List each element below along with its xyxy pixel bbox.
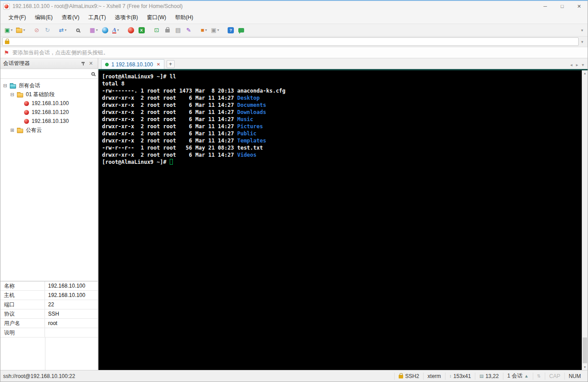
plus-toggle-icon[interactable]: ⊞ bbox=[10, 127, 15, 133]
new-session-button[interactable]: ▣▾ bbox=[3, 25, 14, 35]
tab-scroll-right-icon[interactable]: ▸ bbox=[576, 62, 578, 67]
virtual-keyboard-button-icon: ▤ bbox=[175, 27, 180, 33]
prop-name-row: 名称192.168.10.100 bbox=[0, 281, 98, 291]
menu-tools[interactable]: 工具(T) bbox=[84, 12, 110, 23]
terminal-text: drwxr-xr-x 2 root root 6 Mar 11 14:27 bbox=[102, 116, 237, 122]
status-session-count[interactable]: 1 会话▲ bbox=[503, 373, 533, 380]
window-controls: ─ □ ✕ bbox=[537, 1, 588, 12]
pin-glyph bbox=[81, 61, 85, 66]
terminal-text: Pictures bbox=[237, 123, 263, 130]
scroll-down-icon[interactable]: ▼ bbox=[582, 364, 588, 370]
tab-list-dropdown-icon[interactable]: ▾ bbox=[582, 62, 584, 67]
pin-icon[interactable] bbox=[79, 61, 87, 66]
prop-protocol-value[interactable]: SSH bbox=[45, 309, 98, 318]
highlight-pen-button[interactable]: ✎ bbox=[184, 25, 194, 35]
layout-dropdown[interactable]: ▦▾ bbox=[88, 25, 99, 35]
fullscreen-button[interactable]: ⊡ bbox=[152, 25, 162, 35]
terminal-text: -rw-------. 1 root root 1473 Mar 8 20:13… bbox=[102, 88, 286, 94]
address-dropdown-icon[interactable]: ▾ bbox=[579, 40, 586, 44]
tab-close-icon[interactable]: ✕ bbox=[155, 62, 160, 67]
terminal-scrollbar[interactable]: ▲ ▼ bbox=[582, 70, 588, 370]
quick-command-dropdown[interactable]: ■▾ bbox=[199, 25, 209, 35]
terminal-line: drwxr-xr-x 2 root root 6 Mar 11 14:27 Pu… bbox=[102, 130, 578, 137]
session-search-input[interactable] bbox=[3, 71, 90, 77]
status-encryption: SSH2 bbox=[394, 373, 423, 380]
open-sessions-button[interactable]: ▾ bbox=[15, 25, 26, 35]
tree-item-session-120[interactable]: 192.168.10.120 bbox=[0, 108, 98, 117]
session-icon bbox=[24, 119, 29, 124]
menu-view[interactable]: 查看(V) bbox=[57, 12, 84, 23]
terminal-text: Public bbox=[237, 130, 256, 137]
file-transfer-dropdown[interactable]: ⇄▾ bbox=[57, 25, 68, 35]
tab-label: 1 192.168.10.100 bbox=[111, 61, 153, 68]
minimize-button[interactable]: ─ bbox=[537, 1, 554, 12]
infobar: ⚑ 要添加当前会话，点击左侧的箭头按钮。 bbox=[0, 47, 588, 58]
lock-button[interactable] bbox=[163, 25, 172, 35]
menu-edit[interactable]: 编辑(E) bbox=[30, 12, 57, 23]
menu-help[interactable]: 帮助(H) bbox=[171, 12, 198, 23]
tree-item-folder-cloud[interactable]: ⊞公有云 bbox=[0, 126, 98, 134]
sessions-root-folder-icon bbox=[10, 84, 16, 89]
prop-name-value[interactable]: 192.168.10.100 bbox=[45, 281, 98, 290]
menu-window[interactable]: 窗口(W) bbox=[143, 12, 171, 23]
menubar: 文件(F)编辑(E)查看(V)工具(T)选项卡(B)窗口(W)帮助(H) bbox=[0, 12, 588, 24]
terminal-text: drwxr-xr-x 2 root root 6 Mar 11 14:27 bbox=[102, 95, 237, 101]
globe-button[interactable] bbox=[100, 25, 110, 35]
status-scroll-buttons-icon: ⇅ bbox=[537, 374, 541, 378]
new-session-button-icon: ▣ bbox=[4, 27, 10, 33]
tab-session-1[interactable]: 1 192.168.10.100 ✕ bbox=[101, 59, 164, 69]
feedback-button[interactable] bbox=[237, 25, 246, 35]
session-manager-panel: 会话管理器 ✕ ⊟所有会话⊟01 基础阶段192.168.10.100192.1… bbox=[0, 58, 98, 370]
status-cursor-position-label: 13,22 bbox=[486, 373, 499, 379]
search-icon[interactable] bbox=[91, 72, 95, 76]
disconnect-button[interactable]: ⊘ bbox=[32, 25, 41, 35]
new-tab-button[interactable]: + bbox=[167, 60, 175, 68]
xshell-button[interactable] bbox=[126, 25, 136, 35]
minus-toggle-icon[interactable]: ⊟ bbox=[10, 92, 15, 98]
status-num-lock-label: NUM bbox=[569, 373, 581, 379]
fullscreen-button-icon: ⊡ bbox=[154, 27, 159, 33]
status-encryption-icon bbox=[399, 375, 403, 378]
prop-port-value[interactable]: 22 bbox=[45, 300, 98, 309]
prop-name-label: 名称 bbox=[0, 281, 45, 290]
session-icon bbox=[24, 110, 29, 115]
minus-toggle-icon[interactable]: ⊟ bbox=[3, 83, 8, 89]
virtual-keyboard-button[interactable]: ▤ bbox=[173, 25, 183, 35]
scrollbar-thumb[interactable] bbox=[583, 337, 587, 363]
font-color-dropdown[interactable]: A▾ bbox=[111, 25, 121, 35]
menu-file[interactable]: 文件(F) bbox=[4, 12, 30, 23]
tab-connected-icon bbox=[105, 63, 109, 66]
tree-item-folder-basic[interactable]: ⊟01 基础阶段 bbox=[0, 90, 98, 99]
prop-username-value[interactable]: root bbox=[45, 319, 98, 328]
terminal-text: [root@AlmaLinux9 ~]# ll bbox=[102, 73, 176, 80]
prop-protocol-row: 协议SSH bbox=[0, 309, 98, 319]
toolbar-overflow-icon[interactable]: ▾ bbox=[581, 28, 585, 33]
tree-item-session-130[interactable]: 192.168.10.130 bbox=[0, 117, 98, 126]
status-screen-size-icon: ↕ bbox=[449, 374, 452, 378]
xftp-button[interactable]: X bbox=[137, 25, 147, 35]
prop-host-value[interactable]: 192.168.10.100 bbox=[45, 291, 98, 300]
tree-item-session-100[interactable]: 192.168.10.100 bbox=[0, 99, 98, 108]
help-button[interactable]: ? bbox=[226, 25, 236, 35]
tab-scroll-left-icon[interactable]: ◂ bbox=[570, 62, 572, 67]
status-scroll-buttons[interactable]: ⇅ bbox=[533, 373, 545, 380]
reconnect-button[interactable]: ↻ bbox=[42, 25, 52, 35]
maximize-button[interactable]: □ bbox=[554, 1, 571, 12]
addressbar: ▾ bbox=[0, 37, 588, 47]
panel-close-icon[interactable]: ✕ bbox=[87, 61, 95, 66]
find-button[interactable] bbox=[73, 25, 83, 35]
menu-tab[interactable]: 选项卡(B) bbox=[110, 12, 143, 23]
xftp-button-icon: X bbox=[139, 27, 145, 33]
titlebar: 192.168.10.100 - root@AlmaLinux9:~ - Xsh… bbox=[0, 1, 588, 12]
status-encryption-label: SSH2 bbox=[405, 373, 419, 379]
tab-scroll-controls: ◂ ▸ ▾ bbox=[570, 62, 588, 69]
tree-item-all-sessions[interactable]: ⊟所有会话 bbox=[0, 81, 98, 90]
terminal-line: drwxr-xr-x 2 root root 6 Mar 11 14:27 Te… bbox=[102, 137, 578, 144]
terminal-screen[interactable]: [root@AlmaLinux9 ~]# lltotal 8-rw-------… bbox=[98, 70, 582, 370]
prop-description-value[interactable] bbox=[45, 328, 98, 337]
panes-dropdown[interactable]: ▣▾ bbox=[210, 25, 220, 35]
address-input[interactable] bbox=[12, 39, 576, 45]
scroll-up-icon[interactable]: ▲ bbox=[582, 70, 588, 76]
close-button[interactable]: ✕ bbox=[571, 1, 588, 12]
address-lock-icon bbox=[5, 41, 9, 44]
